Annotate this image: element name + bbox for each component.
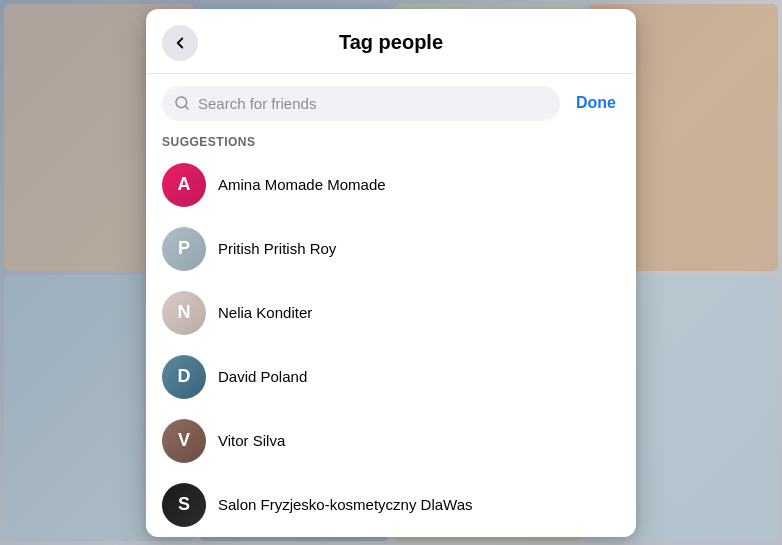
avatar: N xyxy=(162,291,206,335)
search-row: Done xyxy=(146,74,636,129)
search-input[interactable] xyxy=(162,86,560,121)
avatar: S xyxy=(162,483,206,527)
list-item[interactable]: DDavid Poland xyxy=(146,345,636,409)
back-button[interactable] xyxy=(162,25,198,61)
search-icon xyxy=(174,95,190,111)
person-name: Vitor Silva xyxy=(218,432,285,449)
avatar: A xyxy=(162,163,206,207)
suggestions-label: SUGGESTIONS xyxy=(146,129,636,153)
person-name: David Poland xyxy=(218,368,307,385)
list-item[interactable]: NNelia Konditer xyxy=(146,281,636,345)
modal-title: Tag people xyxy=(339,31,443,54)
suggestions-list: AAmina Momade MomadePPritish Pritish Roy… xyxy=(146,153,636,537)
list-item[interactable]: VVitor Silva xyxy=(146,409,636,473)
done-button[interactable]: Done xyxy=(572,94,620,112)
avatar: V xyxy=(162,419,206,463)
modal-backdrop: Tag people Done SUGGESTIONS AAmina Momad… xyxy=(0,0,782,545)
svg-line-1 xyxy=(185,106,188,109)
search-input-wrap xyxy=(162,86,560,121)
modal-header: Tag people xyxy=(146,9,636,74)
list-item[interactable]: AAmina Momade Momade xyxy=(146,153,636,217)
person-name: Amina Momade Momade xyxy=(218,176,386,193)
person-name: Nelia Konditer xyxy=(218,304,312,321)
back-arrow-icon xyxy=(171,34,189,52)
person-name: Salon Fryzjesko-kosmetyczny DlaWas xyxy=(218,496,473,513)
tag-people-modal: Tag people Done SUGGESTIONS AAmina Momad… xyxy=(146,9,636,537)
list-item[interactable]: SSalon Fryzjesko-kosmetyczny DlaWas xyxy=(146,473,636,537)
list-item[interactable]: PPritish Pritish Roy xyxy=(146,217,636,281)
avatar: D xyxy=(162,355,206,399)
person-name: Pritish Pritish Roy xyxy=(218,240,336,257)
avatar: P xyxy=(162,227,206,271)
